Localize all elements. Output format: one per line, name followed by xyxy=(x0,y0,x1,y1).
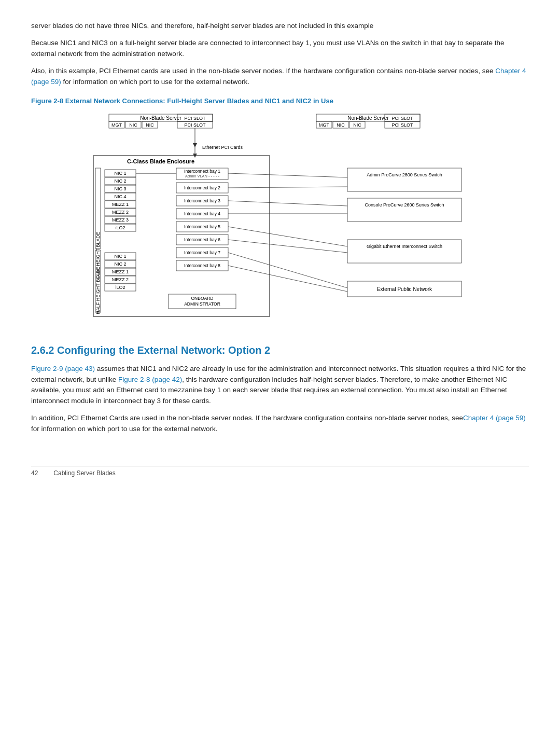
section-paragraph-1: Figure 2-9 (page 43) assumes that NIC1 a… xyxy=(31,364,529,407)
svg-line-93 xyxy=(228,253,347,288)
section-heading: 2.6.2 Configuring the External Network: … xyxy=(31,344,529,356)
svg-text:MEZZ 3: MEZZ 3 xyxy=(112,217,129,223)
paragraph-2: Because NIC1 and NIC3 on a full-height s… xyxy=(31,38,529,60)
svg-line-89 xyxy=(228,201,347,206)
svg-rect-81 xyxy=(347,198,461,222)
svg-text:Interconnect bay 6: Interconnect bay 6 xyxy=(184,237,220,242)
svg-text:Interconnect bay 1: Interconnect bay 1 xyxy=(184,169,220,174)
svg-text:Ethernet PCI Cards: Ethernet PCI Cards xyxy=(202,145,243,150)
figure-title: Figure 2-8 External Network Connections:… xyxy=(31,97,529,105)
svg-text:NIC 2: NIC 2 xyxy=(114,261,126,267)
svg-text:Non-Blade Server: Non-Blade Server xyxy=(347,115,389,121)
svg-text:MEZZ 2: MEZZ 2 xyxy=(112,210,129,215)
footer-section: Cabling Server Blades xyxy=(53,469,115,477)
svg-text:PCI SLOT: PCI SLOT xyxy=(391,122,413,128)
figure29-link[interactable]: Figure 2-9 (page 43) xyxy=(31,365,95,372)
svg-line-94 xyxy=(228,266,347,292)
svg-text:NIC 1: NIC 1 xyxy=(114,254,126,259)
svg-text:NIC: NIC xyxy=(129,122,137,128)
svg-text:MEZZ 2: MEZZ 2 xyxy=(112,277,129,282)
svg-text:NIC: NIC xyxy=(146,122,154,128)
svg-text:Admin ProCurve 2800 Series Swi: Admin ProCurve 2800 Series Switch xyxy=(367,172,442,177)
svg-text:MGT: MGT xyxy=(111,122,122,128)
svg-text:Interconnect bay 3: Interconnect bay 3 xyxy=(184,198,220,203)
svg-text:Non-Blade Server: Non-Blade Server xyxy=(140,115,181,121)
svg-text:Interconnect bay 4: Interconnect bay 4 xyxy=(184,211,220,216)
svg-text:PCI SLOT: PCI SLOT xyxy=(184,122,206,128)
figure28-link[interactable]: Figure 2-8 (page 42) xyxy=(118,376,182,383)
svg-line-88 xyxy=(228,187,347,188)
svg-text:PCI SLOT: PCI SLOT xyxy=(391,116,413,121)
svg-text:iLO2: iLO2 xyxy=(115,225,125,230)
chapter4-link[interactable]: Chapter 4 (page 59) xyxy=(31,67,526,86)
svg-text:Interconnect bay 5: Interconnect bay 5 xyxy=(184,224,220,229)
svg-rect-83 xyxy=(347,240,461,263)
svg-text:Console ProCurve 2600 Series S: Console ProCurve 2600 Series Switch xyxy=(365,202,444,208)
svg-text:MGT: MGT xyxy=(319,122,329,128)
figure-diagram: Non-Blade Server MGT NIC NIC PCI SLOT PC… xyxy=(78,110,482,329)
svg-text:NIC 3: NIC 3 xyxy=(114,186,126,191)
svg-text:HALF HEIGHT BLADE: HALF HEIGHT BLADE xyxy=(95,267,101,314)
svg-text:ONBOARD: ONBOARD xyxy=(191,296,214,301)
paragraph-3: Also, in this example, PCI Ethernet card… xyxy=(31,66,529,88)
svg-line-87 xyxy=(228,173,347,177)
footer-page-number: 42 xyxy=(31,469,38,477)
svg-text:C-Class Blade Enclosure: C-Class Blade Enclosure xyxy=(127,158,194,164)
svg-text:MEZZ 1: MEZZ 1 xyxy=(112,202,129,207)
section-paragraph-2: In addition, PCI Ethernet Cards are used… xyxy=(31,413,529,435)
chapter4-link2[interactable]: Chapter 4 (page 59) xyxy=(463,414,526,422)
svg-text:Gigabit Ethernet Interconnect : Gigabit Ethernet Interconnect Switch xyxy=(367,244,442,249)
svg-text:NIC 1: NIC 1 xyxy=(114,171,126,176)
svg-text:NIC: NIC xyxy=(337,122,345,128)
page-footer: 42 Cabling Server Blades xyxy=(31,466,529,477)
svg-line-92 xyxy=(228,240,347,253)
svg-text:iLO2: iLO2 xyxy=(115,285,125,290)
svg-rect-79 xyxy=(347,168,461,191)
svg-text:NIC 4: NIC 4 xyxy=(114,194,126,199)
svg-text:NIC 2: NIC 2 xyxy=(114,178,126,184)
svg-text:ADMINISTRATOR: ADMINISTRATOR xyxy=(184,301,220,307)
svg-text:Interconnect bay 8: Interconnect bay 8 xyxy=(184,263,220,268)
svg-text:Admin VLAN - - - - -: Admin VLAN - - - - - xyxy=(185,174,219,178)
svg-text:Interconnect bay 2: Interconnect bay 2 xyxy=(184,185,220,190)
svg-text:PCI SLOT: PCI SLOT xyxy=(184,116,206,121)
svg-text:NIC: NIC xyxy=(353,122,361,128)
svg-text:Interconnect bay 7: Interconnect bay 7 xyxy=(184,250,220,255)
paragraph-1: server blades do not have three NICs, an… xyxy=(31,21,529,32)
svg-text:MEZZ 1: MEZZ 1 xyxy=(112,269,129,274)
svg-line-91 xyxy=(228,227,347,246)
svg-text:External Public Network: External Public Network xyxy=(377,286,432,292)
